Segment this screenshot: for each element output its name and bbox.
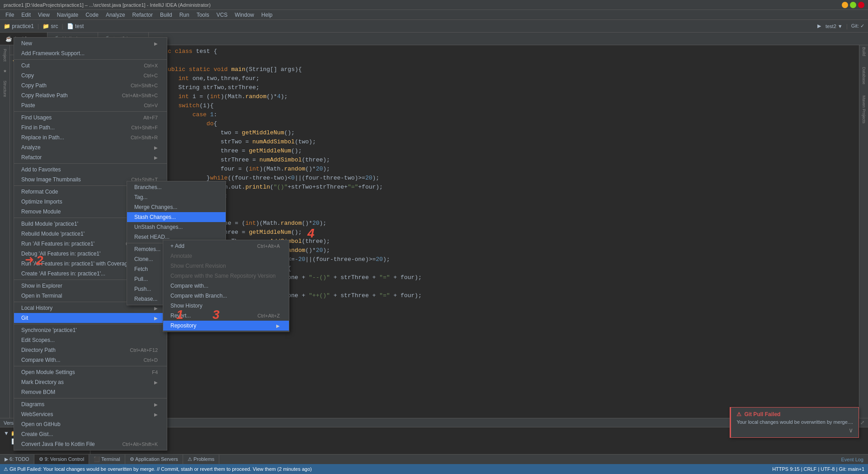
ctx-sep2 [14, 111, 167, 112]
ctx-webservices[interactable]: WebServices▶ [14, 409, 167, 419]
ctx-convert-kotlin[interactable]: Convert Java File to Kotlin FileCtrl+Alt… [14, 439, 167, 449]
ctx-sep9 [14, 366, 167, 366]
project-icon[interactable]: Project [3, 49, 7, 62]
notif-chevron[interactable]: ∨ [849, 427, 853, 434]
fav-icon[interactable]: ★ [3, 69, 7, 73]
ctx-copy[interactable]: CopyCtrl+C [14, 71, 167, 81]
title-text: practice1 [D:\IdeaProjects\practice1] – … [4, 2, 211, 8]
ctx-sep1 [14, 59, 167, 60]
ctx-find-in-path[interactable]: Find in Path...Ctrl+Shift+F [14, 123, 167, 133]
branch-label: test2 ▼ [826, 24, 843, 29]
ctx-edit-scopes[interactable]: Edit Scopes... [14, 335, 167, 345]
status-right: HTTPS 9:15 | CRLF | UTF-8 | Git: main+1 [772, 466, 864, 472]
repo-add[interactable]: + AddCtrl+Alt+A [163, 241, 289, 251]
test-label: 📄 test [67, 23, 84, 29]
ctx-add-favorites[interactable]: Add to Favorites [14, 165, 167, 175]
ctx-remove-bom[interactable]: Remove BOM [14, 387, 167, 397]
ctx-sep8 [14, 324, 167, 324]
event-log-link[interactable]: Event Log [836, 455, 868, 464]
menu-item-view[interactable]: View [34, 11, 53, 19]
menu-item-tools[interactable]: Tools [193, 11, 213, 19]
editor-area: 1public class test { 2 3 public static v… [132, 45, 859, 431]
left-icon-strip: Project ★ Structure [0, 45, 10, 431]
ctx-git[interactable]: Git▶ [14, 313, 167, 323]
ctx-sep10 [14, 398, 167, 398]
repo-compare-with[interactable]: Compare with... [163, 281, 289, 291]
maven-icon[interactable]: Maven Projects [862, 95, 866, 123]
git-merge[interactable]: Merge Changes... [127, 202, 226, 212]
ctx-diagrams[interactable]: Diagrams▶ [14, 399, 167, 409]
src-label: 📁 src [42, 23, 58, 29]
build-icon[interactable]: Build [862, 47, 866, 56]
menu-item-help[interactable]: Help [258, 11, 276, 19]
menu-item-window[interactable]: Window [231, 11, 258, 19]
repo-show-history[interactable]: Show History [163, 301, 289, 311]
repo-compare-branch[interactable]: Compare with Branch... [163, 291, 289, 301]
minimize-button[interactable] [842, 2, 848, 8]
ctx-copy-relative-path[interactable]: Copy Relative PathCtrl+Alt+Shift+C [14, 90, 167, 100]
menu-item-navigate[interactable]: Navigate [53, 11, 82, 19]
toolbar: 📁 practice1 | 📁 src | 📄 test ▶ test2 ▼ |… [0, 20, 868, 33]
notification-popup: ⚠ Git Pull Failed Your local changes wou… [730, 407, 859, 438]
structure-icon[interactable]: Structure [3, 81, 7, 97]
ctx-create-gist[interactable]: Create Gist... [14, 429, 167, 439]
vc-expand-icon[interactable]: ⤢ [860, 420, 864, 426]
todo-tab[interactable]: ▶ 6: TODO [0, 455, 34, 464]
ctx-add-framework[interactable]: Add Framework Support... [14, 48, 167, 58]
menu-item-build[interactable]: Build [156, 11, 176, 19]
ctx-module-settings[interactable]: Open Module SettingsF4 [14, 367, 167, 377]
ctx-directory-path[interactable]: Directory PathCtrl+Alt+F12 [14, 345, 167, 355]
menu-bar: FileEditViewNavigateCodeAnalyzeRefactorB… [0, 10, 868, 20]
repo-repository[interactable]: Repository▶ [163, 321, 289, 331]
right-sidebar: Build Database Maven Projects [859, 45, 868, 431]
run-button[interactable]: ▶ [815, 22, 824, 30]
ctx-sync[interactable]: Synchronize 'practice1' [14, 325, 167, 335]
menu-item-code[interactable]: Code [82, 11, 102, 19]
maximize-button[interactable] [850, 2, 856, 8]
ctx-copy-path[interactable]: Copy PathCtrl+Shift+C [14, 81, 167, 90]
status-bar: ⚠ Git Pull Failed: Your local changes wo… [0, 464, 868, 474]
database-icon[interactable]: Database [862, 67, 866, 85]
ctx-new[interactable]: New▶ [14, 38, 167, 48]
vc-tab[interactable]: ⚙ 9: Version Control [34, 455, 90, 464]
problems-tab[interactable]: ⚠ Problems [183, 455, 220, 464]
terminal-tab[interactable]: ⬛ Terminal [89, 455, 125, 464]
ctx-open-github[interactable]: Open on GitHub [14, 419, 167, 429]
close-button[interactable] [858, 2, 864, 8]
ctx-cut[interactable]: CutCtrl+X [14, 61, 167, 71]
git-unstash[interactable]: UnStash Changes... [127, 222, 226, 232]
status-message: ⚠ Git Pull Failed: Your local changes wo… [4, 466, 312, 472]
menu-item-vcs[interactable]: VCS [213, 11, 231, 19]
repo-compare-same: Compare with the Same Repository Version [163, 271, 289, 281]
menu-item-edit[interactable]: Edit [18, 11, 34, 19]
ctx-find-usages[interactable]: Find UsagesAlt+F7 [14, 113, 167, 123]
ctx-mark-directory[interactable]: Mark Directory as▶ [14, 377, 167, 387]
app-servers-tab[interactable]: ⚙ Application Servers [125, 455, 183, 464]
git-tag[interactable]: Tag... [127, 192, 226, 202]
menu-item-refactor[interactable]: Refactor [129, 11, 156, 19]
bottom-tab-bar: ▶ 6: TODO ⚙ 9: Version Control ⬛ Termina… [0, 454, 868, 464]
project-label: 📁 practice1 [4, 23, 34, 29]
ctx-sep3 [14, 163, 167, 164]
menu-item-analyze[interactable]: Analyze [102, 11, 129, 19]
ctx-refactor[interactable]: Refactor▶ [14, 152, 167, 162]
title-bar: practice1 [D:\IdeaProjects\practice1] – … [0, 0, 868, 10]
repo-revert[interactable]: Revert...Ctrl+Alt+Z [163, 311, 289, 321]
menu-item-run[interactable]: Run [176, 11, 193, 19]
ctx-analyze[interactable]: Analyze▶ [14, 142, 167, 152]
notif-title: ⚠ Git Pull Failed [736, 411, 853, 417]
notif-body: Your local changes would be overwritten … [736, 419, 853, 425]
ctx-compare-with[interactable]: Compare With...Ctrl+D [14, 355, 167, 365]
git-stash[interactable]: Stash Changes... [127, 212, 226, 222]
menu-item-file[interactable]: File [2, 11, 18, 19]
ctx-replace-in-path[interactable]: Replace in Path...Ctrl+Shift+R [14, 133, 167, 142]
git-status: Git: ✓ [851, 23, 864, 29]
ctx-paste[interactable]: PasteCtrl+V [14, 100, 167, 110]
repository-submenu: + AddCtrl+Alt+A Annotate Show Current Re… [163, 240, 289, 332]
window-controls [842, 2, 864, 8]
repo-show-current: Show Current Revision [163, 261, 289, 271]
git-branches[interactable]: Branches... [127, 182, 226, 192]
repo-annotate: Annotate [163, 251, 289, 261]
